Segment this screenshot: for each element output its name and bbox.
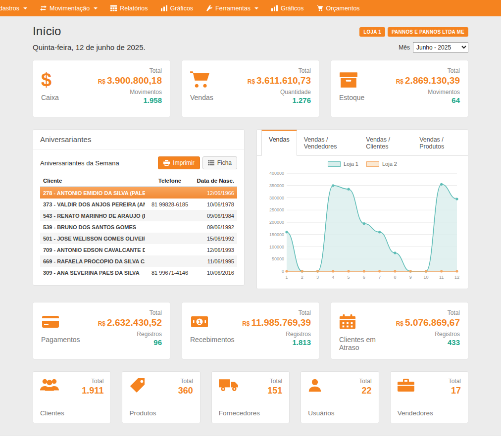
money-bill-icon: 1	[190, 311, 209, 332]
table-header: Cliente Telefone Data de Nasc.	[40, 175, 237, 187]
svg-text:1: 1	[198, 319, 201, 325]
stat-card-estoque: Estoque Total R$2.869.130,39 Movimentos …	[331, 60, 468, 117]
table-row[interactable]: 373 - VALDIR DOS ANJOS PEREIRA (AN...81 …	[40, 199, 237, 210]
sales-line-chart: 0500001000001500002000002500003000003500…	[263, 169, 462, 284]
legend-item[interactable]: Loja 2	[366, 161, 397, 167]
birthdays-title: Aniversariantes	[33, 130, 244, 149]
nav-label: Cadastros	[0, 5, 19, 12]
table-row[interactable]: 278 - ANTONIO EMIDIO DA SILVA (PALE...12…	[40, 187, 237, 199]
mini-card-vendedores: Total 17 Vendedores	[390, 371, 468, 423]
tab-vendas-clientes[interactable]: Vendas / Clientes	[359, 130, 412, 155]
svg-text:4: 4	[332, 275, 334, 280]
total-label: Total	[248, 67, 311, 74]
bar-chart-icon	[161, 5, 167, 11]
mini-label: Vendedores	[398, 409, 461, 417]
svg-text:10: 10	[423, 275, 428, 280]
tab-vendas[interactable]: Vendas	[261, 130, 297, 156]
briefcase-icon	[398, 378, 414, 396]
svg-text:5: 5	[348, 275, 350, 280]
credit-card-icon	[41, 311, 60, 332]
tag-icon	[129, 378, 145, 396]
table-row[interactable]: 709 - ANTONIO EDSON CAVALCANTE D...12/06…	[40, 244, 237, 255]
nav-item-ferramentas[interactable]: Ferramentas	[200, 0, 265, 16]
users-icon	[40, 378, 59, 396]
svg-text:400000: 400000	[269, 171, 284, 176]
table-row[interactable]: 501 - JOSE WELISSON GOMES OLIVEIR...15/0…	[40, 233, 237, 244]
total-label: Total	[98, 309, 162, 316]
nav-label: Gráficos	[281, 5, 304, 12]
total-value: R$5.076.869,67	[396, 317, 460, 328]
current-date: Quinta-feira, 12 de junho de 2025.	[33, 43, 146, 51]
svg-text:7: 7	[378, 275, 381, 280]
table-row[interactable]: 543 - RENATO MARINHO DE ARAUJO (F...09/0…	[40, 210, 237, 221]
user-icon	[308, 378, 322, 396]
calendar-icon	[339, 311, 356, 332]
ficha-button[interactable]: Ficha	[202, 156, 237, 169]
stat-card-recebimentos: 1 Recebimentos Total R$11.985.769,39 Reg…	[182, 302, 319, 359]
top-navbar: Cadastros Movimentação Relatórios Gráfic…	[0, 0, 501, 16]
nav-item-cadastros[interactable]: Cadastros	[0, 0, 34, 16]
chart-tabs: Vendas Vendas / Vendedores Vendas / Clie…	[257, 130, 468, 156]
total-value: 360	[178, 386, 193, 396]
wrench-icon	[206, 5, 212, 11]
table-row[interactable]: 309 - ANA SEVERINA PAES DA SILVA81 99671…	[40, 267, 237, 278]
total-value: 22	[359, 386, 371, 396]
legend-item[interactable]: Loja 1	[328, 161, 358, 167]
mini-card-fornecedores: Total 151 Fornecedores	[211, 371, 290, 423]
total-value: 151	[267, 386, 282, 396]
count-value: 1.958	[98, 96, 162, 104]
stat-label: Caixa	[41, 94, 59, 101]
svg-text:50000: 50000	[272, 256, 284, 261]
mini-card-produtos: Total 360 Produtos	[122, 371, 200, 423]
total-label: Total	[178, 378, 193, 385]
count-value: 1.813	[242, 338, 311, 347]
stat-card-vendas: Vendas Total R$3.611.610,73 Quantidade 1…	[182, 60, 319, 117]
total-value: R$3.611.610,73	[248, 75, 311, 86]
main-content: Início LOJA 1 PANNOS E PANNOS LTDA ME Qu…	[33, 16, 468, 423]
legend-swatch	[366, 161, 379, 167]
table-icon	[110, 5, 117, 11]
nav-label: Gráficos	[170, 5, 194, 12]
nav-item-graficos-2[interactable]: Gráficos	[265, 0, 310, 16]
birthdays-table: Cliente Telefone Data de Nasc. 278 - ANT…	[40, 175, 237, 278]
svg-text:11: 11	[439, 275, 444, 280]
table-row[interactable]: 539 - BRUNO DOS SANTOS GOMES09/06/1992	[40, 221, 237, 233]
count-label: Registros	[98, 331, 162, 338]
svg-text:12: 12	[454, 275, 459, 280]
print-button[interactable]: Imprimir	[158, 156, 200, 169]
birthdays-subtitle: Aniversariantes da Semana	[40, 159, 119, 167]
sales-chart-panel: Vendas Vendas / Vendedores Vendas / Clie…	[256, 129, 468, 289]
archive-box-icon	[339, 69, 358, 90]
total-label: Total	[359, 378, 371, 385]
stat-label: Clientes em Atraso	[339, 336, 396, 351]
table-row[interactable]: 669 - RAFAELA PROCOPIO DA SILVA CA...11/…	[40, 255, 237, 267]
tab-vendas-vendedores[interactable]: Vendas / Vendedores	[297, 130, 359, 155]
printer-icon	[163, 160, 170, 166]
birthdays-panel: Aniversariantes Aniversariantes da Seman…	[33, 129, 245, 286]
nav-item-orcamentos[interactable]: Orçamentos	[310, 0, 366, 16]
legend-label: Loja 2	[382, 161, 397, 167]
count-label: Registros	[242, 331, 311, 338]
tab-vendas-produtos[interactable]: Vendas / Produtos	[412, 130, 468, 155]
total-value: 1.911	[82, 386, 103, 396]
total-value: R$3.900.800,18	[98, 75, 162, 86]
nav-item-graficos-1[interactable]: Gráficos	[154, 0, 200, 16]
count-value: 1.276	[248, 96, 311, 104]
svg-text:3: 3	[316, 275, 319, 280]
total-value: R$2.869.130,39	[396, 75, 460, 86]
count-value: 64	[396, 96, 460, 104]
bar-chart-icon	[271, 5, 278, 11]
total-label: Total	[396, 309, 460, 316]
chevron-down-icon	[23, 7, 27, 9]
nav-label: Movimentação	[50, 5, 90, 12]
svg-text:350000: 350000	[269, 183, 284, 188]
month-select[interactable]: Junho - 2025	[413, 42, 468, 52]
nav-item-relatorios[interactable]: Relatórios	[104, 0, 154, 16]
svg-text:100000: 100000	[269, 245, 284, 249]
svg-text:250000: 250000	[269, 207, 284, 212]
nav-item-movimentacao[interactable]: Movimentação	[34, 0, 104, 16]
svg-text:8: 8	[394, 275, 396, 280]
legend-label: Loja 1	[344, 161, 358, 167]
cart-icon	[190, 69, 210, 90]
count-label: Registros	[396, 331, 460, 338]
